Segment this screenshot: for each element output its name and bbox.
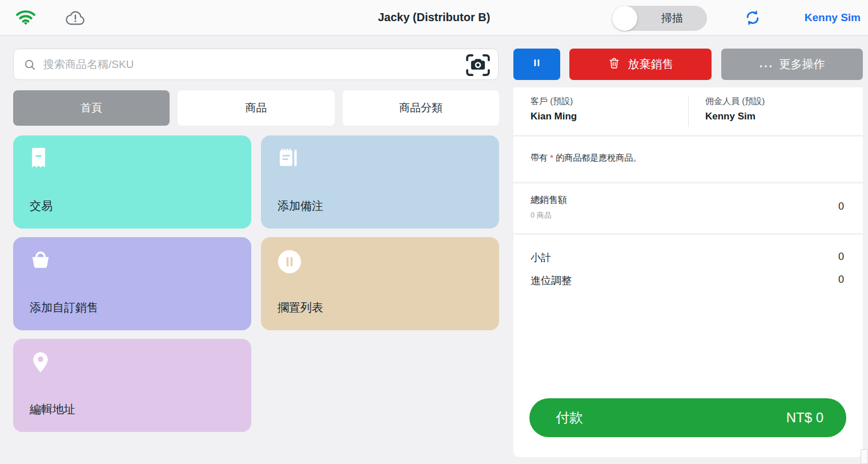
customer-card: 客戶 (預設) Kian Ming 佣金人員 (預設) Kenny Sim [513,87,863,135]
commission-label: 佣金人員 (預設) [705,96,765,107]
total-sales-label: 總銷售額 [531,194,567,206]
product-search-bar [13,49,499,80]
summary-card: 小計 0 進位調整 0 付款 NT$ 0 [513,235,863,457]
tile-transactions[interactable]: 交易 [13,135,251,229]
ellipsis-icon [760,58,772,71]
tab-categories-label: 商品分類 [399,101,443,115]
tax-note-suffix: 的商品都是應稅商品。 [553,153,641,162]
discard-sale-button[interactable]: 放棄銷售 [569,49,712,80]
tile-hold-list-label: 擱置列表 [278,300,323,315]
vertical-divider [688,95,689,127]
user-account-link[interactable]: Kenny Sim [805,11,861,24]
commission-field[interactable]: 佣金人員 (預設) Kenny Sim [705,96,765,122]
rounding-label: 進位調整 [531,274,572,287]
total-sales-value: 0 [838,201,844,213]
pay-button[interactable]: 付款 NT$ 0 [529,398,846,437]
pay-button-amount: NT$ 0 [786,398,823,437]
scan-toggle-label: 掃描 [637,6,707,31]
search-icon [23,58,37,74]
pause-sale-button[interactable] [513,49,560,80]
tab-home[interactable]: 首頁 [13,90,170,126]
pay-button-label: 付款 [556,398,583,437]
sync-refresh-icon[interactable] [744,9,761,26]
subtotal-value: 0 [838,251,844,263]
tile-add-note[interactable]: 添加備注 [261,135,499,229]
tax-note: 帶有 * 的商品都是應稅商品。 [531,153,641,163]
total-items-count: 0 商品 [531,210,567,221]
scan-toggle[interactable]: 掃描 [612,6,707,31]
tile-transactions-label: 交易 [30,198,53,214]
notes-icon [277,147,298,171]
location-pin-icon [29,351,52,376]
discard-sale-label: 放棄銷售 [628,57,674,72]
scan-toggle-knob[interactable] [612,6,637,31]
customer-field[interactable]: 客戶 (預設) Kian Ming [531,96,577,122]
camera-scan-icon[interactable] [464,53,492,77]
tile-edit-address[interactable]: 編輯地址 [13,339,251,432]
more-actions-label: 更多操作 [779,57,825,72]
receipt-icon [29,147,48,171]
customer-label: 客戶 (預設) [531,96,577,107]
scrollbar-corner[interactable] [861,449,868,464]
rounding-value: 0 [838,274,844,286]
tile-add-custom-sale-label: 添加自訂銷售 [30,300,98,315]
tile-add-custom-sale[interactable]: 添加自訂銷售 [13,237,251,330]
tile-add-note-label: 添加備注 [278,198,323,214]
tab-home-label: 首頁 [81,101,102,115]
tab-products-label: 商品 [246,101,267,115]
total-sales-card: 總銷售額 0 商品 0 [513,183,863,233]
pause-circle-icon [277,249,302,277]
trash-icon [608,57,621,73]
tax-note-card: 帶有 * 的商品都是應稅商品。 [513,137,863,182]
tile-hold-list[interactable]: 擱置列表 [261,237,499,330]
subtotal-label: 小計 [531,251,551,265]
basket-icon [29,249,52,274]
tile-edit-address-label: 編輯地址 [30,402,75,417]
search-input[interactable] [43,49,437,79]
more-actions-button[interactable]: 更多操作 [721,49,863,80]
window-title: Jacky (Distributor B) [0,11,868,24]
commission-name: Kenny Sim [705,111,765,122]
customer-name: Kian Ming [531,111,577,122]
tab-categories[interactable]: 商品分類 [343,90,499,126]
tab-products[interactable]: 商品 [178,90,335,126]
tax-note-prefix: 帶有 [531,153,550,162]
pause-icon [531,57,543,72]
